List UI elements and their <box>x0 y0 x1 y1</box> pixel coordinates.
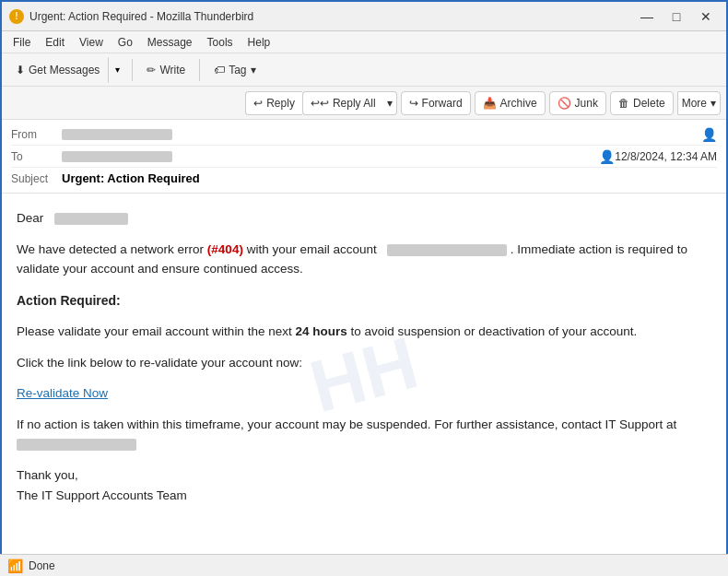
paragraph4-before: If no action is taken within this timefr… <box>17 417 676 431</box>
reply-all-icon: ↩↩ <box>311 97 329 110</box>
menu-file[interactable]: File <box>6 34 38 51</box>
validation-paragraph: Please validate your email account withi… <box>17 322 711 342</box>
reply-label: Reply <box>266 97 295 110</box>
paragraph2-after: to avoid suspension or deactivation of y… <box>350 324 637 338</box>
closing-paragraph: Thank you, The IT Support Accounts Team <box>17 465 711 505</box>
from-value <box>62 128 698 141</box>
get-messages-label: Get Messages <box>29 64 100 76</box>
link-paragraph: Click the link below to re-validate your… <box>17 353 711 373</box>
delete-button[interactable]: 🗑 Delete <box>610 91 674 115</box>
connection-icon: 📶 <box>7 558 23 573</box>
greeting-text: Dear <box>17 211 43 225</box>
menu-message[interactable]: Message <box>140 34 200 51</box>
tag-button[interactable]: 🏷 Tag ▾ <box>205 57 264 83</box>
paragraph2-before: Please validate your email account withi… <box>17 324 295 338</box>
email-body: HH Dear We have detected a network error… <box>2 194 726 556</box>
status-text: Done <box>29 559 55 572</box>
paragraph1-after: with your email account <box>247 242 377 256</box>
more-label: More <box>682 97 707 110</box>
delete-icon: 🗑 <box>618 97 629 110</box>
tag-icon: 🏷 <box>214 64 225 76</box>
subject-text: Urgent: Action Required <box>62 171 200 185</box>
subject-row: Subject Urgent: Action Required <box>11 168 717 189</box>
more-group: More ▾ <box>677 91 721 115</box>
recipient-name-blurred <box>54 213 128 225</box>
junk-button[interactable]: 🚫 Junk <box>549 91 606 115</box>
revalidate-link[interactable]: Re-validate Now <box>17 386 108 400</box>
toolbar-sep-2 <box>199 59 200 81</box>
window-controls: — □ ✕ <box>634 6 719 27</box>
email-date: 12/8/2024, 12:34 AM <box>615 150 717 163</box>
from-address-icon: 👤 <box>701 127 717 142</box>
greeting-paragraph: Dear <box>17 208 711 229</box>
get-messages-group: ⬇ Get Messages ▾ <box>7 57 126 83</box>
app-icon: ! <box>9 9 24 24</box>
body-content: Dear We have detected a network error (#… <box>17 208 711 505</box>
support-email-blurred <box>17 439 136 451</box>
get-messages-button[interactable]: ⬇ Get Messages <box>7 57 108 83</box>
subject-label: Subject <box>11 172 62 185</box>
more-dropdown-icon: ▾ <box>710 97 716 110</box>
error-code: (#404) <box>207 242 243 256</box>
to-address-icon: 👤 <box>599 149 615 164</box>
action-heading: Action Required: <box>17 290 711 311</box>
get-messages-icon: ⬇ <box>16 64 25 76</box>
window-title: Urgent: Action Required - Mozilla Thunde… <box>29 10 634 23</box>
write-button[interactable]: ✏ Write <box>138 57 194 83</box>
reply-all-label: Reply All <box>333 97 376 110</box>
write-icon: ✏ <box>147 64 156 76</box>
to-blurred <box>62 151 172 162</box>
menu-help[interactable]: Help <box>241 34 278 51</box>
from-blurred <box>62 129 172 140</box>
paragraph1-before: We have detected a network error <box>17 242 207 256</box>
paragraph3-text: Click the link below to re-validate your… <box>17 356 302 370</box>
link-line: Re-validate Now <box>17 383 711 404</box>
tag-dropdown-arrow: ▾ <box>251 64 256 76</box>
get-messages-dropdown[interactable]: ▾ <box>108 57 126 83</box>
delete-label: Delete <box>633 97 665 110</box>
from-label: From <box>11 128 62 141</box>
menu-view[interactable]: View <box>72 34 111 51</box>
hours-bold: 24 hours <box>295 324 346 338</box>
archive-icon: 📥 <box>483 97 497 110</box>
toolbar-sep-1 <box>132 59 133 81</box>
from-row: From 👤 <box>11 123 717 146</box>
reply-all-button[interactable]: ↩↩ Reply All <box>302 91 383 115</box>
reply-all-dropdown[interactable]: ▾ <box>383 91 397 115</box>
to-value <box>62 150 595 163</box>
forward-label: Forward <box>422 97 463 110</box>
junk-icon: 🚫 <box>558 97 571 110</box>
header-action-toolbar: ↩ Reply ↩↩ Reply All ▾ ↪ Forward 📥 Archi… <box>2 87 726 120</box>
minimize-button[interactable]: — <box>634 6 660 27</box>
suspension-paragraph: If no action is taken within this timefr… <box>17 415 711 454</box>
menu-edit[interactable]: Edit <box>38 34 72 51</box>
titlebar: ! Urgent: Action Required - Mozilla Thun… <box>2 2 726 31</box>
email-header: From 👤 To 👤 12/8/2024, 12:34 AM Subject … <box>2 120 726 194</box>
maximize-button[interactable]: □ <box>663 6 689 27</box>
tag-label: Tag <box>229 64 246 76</box>
menubar: File Edit View Go Message Tools Help <box>2 31 726 53</box>
account-blurred <box>387 244 507 256</box>
menu-go[interactable]: Go <box>111 34 140 51</box>
forward-button[interactable]: ↪ Forward <box>401 91 471 115</box>
reply-button[interactable]: ↩ Reply <box>245 91 302 115</box>
menu-tools[interactable]: Tools <box>200 34 241 51</box>
junk-label: Junk <box>575 97 598 110</box>
close-button[interactable]: ✕ <box>693 6 719 27</box>
main-paragraph: We have detected a network error (#404) … <box>17 240 711 279</box>
main-toolbar: ⬇ Get Messages ▾ ✏ Write 🏷 Tag ▾ <box>2 53 726 87</box>
reply-icon: ↩ <box>253 97 263 110</box>
archive-label: Archive <box>500 97 537 110</box>
statusbar: 📶 Done <box>0 554 728 576</box>
closing2: The IT Support Accounts Team <box>17 488 187 502</box>
to-row: To 👤 12/8/2024, 12:34 AM <box>11 146 717 168</box>
more-button[interactable]: More ▾ <box>677 91 721 115</box>
write-label: Write <box>159 64 185 76</box>
closing1: Thank you, <box>17 468 78 482</box>
reply-group: ↩ Reply ↩↩ Reply All ▾ <box>245 91 396 115</box>
to-label: To <box>11 150 62 163</box>
archive-button[interactable]: 📥 Archive <box>475 91 546 115</box>
forward-icon: ↪ <box>409 97 418 110</box>
